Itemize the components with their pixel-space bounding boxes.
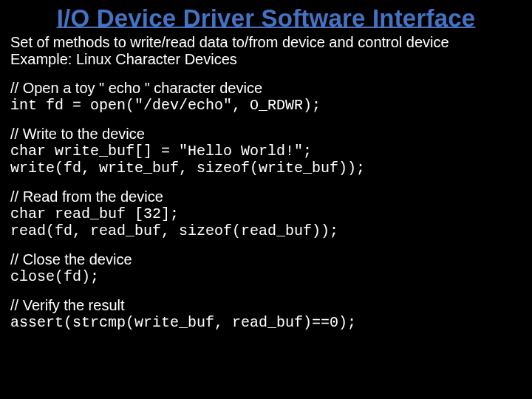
slide-title: I/O Device Driver Software Interface	[10, 4, 522, 33]
comment-close: // Close the device	[10, 251, 522, 268]
code-close: close(fd);	[10, 268, 522, 285]
comment-verify: // Verify the result	[10, 297, 522, 314]
intro-line-1: Set of methods to write/read data to/fro…	[10, 34, 522, 51]
code-read: char read_buf [32]; read(fd, read_buf, s…	[10, 205, 522, 239]
slide: I/O Device Driver Software Interface Set…	[0, 0, 532, 399]
code-verify: assert(strcmp(write_buf, read_buf)==0);	[10, 314, 522, 331]
comment-read: // Read from the device	[10, 188, 522, 205]
intro-line-2: Example: Linux Character Devices	[10, 51, 522, 68]
code-write: char write_buf[] = "Hello World!"; write…	[10, 143, 522, 177]
comment-open: // Open a toy " echo " character device	[10, 80, 522, 97]
comment-write: // Write to the device	[10, 126, 522, 143]
code-open: int fd = open("/dev/echo", O_RDWR);	[10, 97, 522, 114]
